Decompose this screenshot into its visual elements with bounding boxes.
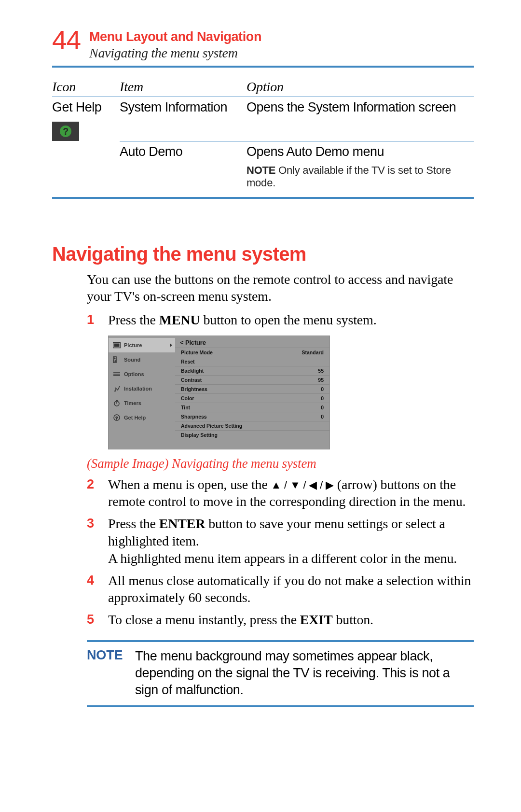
step-5: 5 To close a menu instantly, press the E… bbox=[87, 611, 474, 629]
step-number: 4 bbox=[87, 572, 108, 607]
tv-sidebar: Picture Sound Options Installation Timer… bbox=[109, 336, 175, 449]
svg-text:?: ? bbox=[115, 415, 118, 420]
step-number: 3 bbox=[87, 515, 108, 567]
tv-row: Backlight55 bbox=[175, 366, 329, 375]
table-note: NOTE Only available if the TV is set to … bbox=[247, 161, 474, 189]
help-icon: ? bbox=[52, 122, 79, 141]
step-text: All menus close automatically if you do … bbox=[108, 572, 474, 607]
tv-panel-title: < Picture bbox=[175, 336, 329, 348]
cell-option-col: Opens the System Information screen bbox=[247, 97, 474, 117]
note-content: The menu background may sometimes appear… bbox=[135, 648, 474, 699]
svg-text:?: ? bbox=[63, 126, 69, 136]
chevron-right-icon bbox=[170, 343, 172, 347]
sample-caption: (Sample Image) Navigating the menu syste… bbox=[87, 456, 474, 471]
cell-icon: Get Help ? bbox=[52, 97, 120, 141]
tv-row: Display Setting bbox=[175, 430, 329, 439]
step-number: 2 bbox=[87, 476, 108, 511]
section-intro: You can use the buttons on the remote co… bbox=[87, 271, 474, 305]
icon-label: Get Help bbox=[52, 97, 120, 117]
gethelp-icon: ? bbox=[112, 414, 121, 421]
tv-row: Brightness0 bbox=[175, 384, 329, 393]
steps-list: 1 Press the MENU button to open the menu… bbox=[87, 311, 474, 329]
cell-option: Opens the System Information screen bbox=[247, 97, 474, 117]
chapter-title: Menu Layout and Navigation bbox=[89, 30, 261, 44]
timers-icon bbox=[112, 400, 121, 406]
step-text: Press the MENU button to open the menu s… bbox=[108, 311, 474, 329]
step-text: To close a menu instantly, press the EXI… bbox=[108, 611, 474, 629]
tv-side-picture: Picture bbox=[109, 338, 175, 352]
sample-menu-screenshot: Picture Sound Options Installation Timer… bbox=[108, 336, 330, 449]
steps-list-cont: 2 When a menu is open, use the ▲ / ▼ / ◀… bbox=[87, 476, 474, 629]
header-subtitle: Navigating the menu system bbox=[89, 45, 261, 61]
installation-icon bbox=[112, 385, 121, 392]
th-option: Option bbox=[247, 75, 474, 97]
tv-side-options: Options bbox=[109, 367, 175, 381]
note-label: NOTE bbox=[87, 648, 135, 699]
tv-side-timers: Timers bbox=[109, 396, 175, 410]
svg-point-5 bbox=[114, 357, 115, 358]
tv-side-installation: Installation bbox=[109, 381, 175, 396]
tv-row: Contrast95 bbox=[175, 375, 329, 384]
th-item: Item bbox=[120, 75, 247, 97]
step-4: 4 All menus close automatically if you d… bbox=[87, 572, 474, 607]
arrow-icons: ▲ / ▼ / ◀ / ▶ bbox=[271, 479, 334, 491]
header-titles: Menu Layout and Navigation Navigating th… bbox=[89, 27, 261, 61]
step-1: 1 Press the MENU button to open the menu… bbox=[87, 311, 474, 329]
section-heading: Navigating the menu system bbox=[52, 243, 474, 265]
tv-row: Sharpness0 bbox=[175, 412, 329, 421]
note-block: NOTE The menu background may sometimes a… bbox=[87, 640, 474, 707]
step-number: 5 bbox=[87, 611, 108, 629]
tv-row: Advanced Picture Setting bbox=[175, 421, 329, 430]
table-row: Get Help ? System Information Opens the … bbox=[52, 97, 474, 141]
tv-row: Color0 bbox=[175, 393, 329, 403]
svg-rect-3 bbox=[114, 344, 119, 347]
info-table: Icon Item Option Get Help ? System Infor… bbox=[52, 75, 474, 199]
step-2: 2 When a menu is open, use the ▲ / ▼ / ◀… bbox=[87, 476, 474, 511]
table-header-row: Icon Item Option bbox=[52, 75, 474, 97]
table-row: Auto Demo Opens Auto Demo menu NOTE Only… bbox=[52, 141, 474, 189]
tv-row: Picture ModeStandard bbox=[175, 348, 329, 357]
table-bottom-rule bbox=[52, 197, 474, 199]
options-icon bbox=[112, 371, 121, 378]
step-number: 1 bbox=[87, 311, 108, 329]
tv-main-panel: < Picture Picture ModeStandard Reset Bac… bbox=[175, 336, 329, 449]
tv-row: Reset bbox=[175, 357, 329, 366]
header-rule bbox=[52, 66, 474, 68]
cell-item-col: System Information bbox=[120, 97, 247, 117]
page-header: 44 Menu Layout and Navigation Navigating… bbox=[52, 27, 474, 61]
sound-icon bbox=[112, 356, 121, 363]
tv-row: Tint0 bbox=[175, 403, 329, 412]
cell-option: Opens Auto Demo menu bbox=[247, 141, 474, 161]
picture-icon bbox=[112, 342, 121, 349]
step-text: When a menu is open, use the ▲ / ▼ / ◀ /… bbox=[108, 476, 474, 511]
step-text: Press the ENTER button to save your menu… bbox=[108, 515, 474, 567]
step-3: 3 Press the ENTER button to save your me… bbox=[87, 515, 474, 567]
tv-side-sound: Sound bbox=[109, 352, 175, 367]
note-rule-bottom bbox=[87, 705, 474, 707]
cell-item: System Information bbox=[120, 97, 247, 117]
tv-settings-list: Picture ModeStandard Reset Backlight55 C… bbox=[175, 348, 329, 439]
th-icon: Icon bbox=[52, 75, 120, 97]
svg-point-6 bbox=[114, 360, 116, 362]
tv-side-gethelp: ? Get Help bbox=[109, 410, 175, 425]
cell-item: Auto Demo bbox=[120, 141, 247, 161]
note-text: Only available if the TV is set to Store… bbox=[247, 164, 451, 189]
note-label: NOTE bbox=[247, 164, 275, 176]
page-number: 44 bbox=[52, 27, 81, 54]
